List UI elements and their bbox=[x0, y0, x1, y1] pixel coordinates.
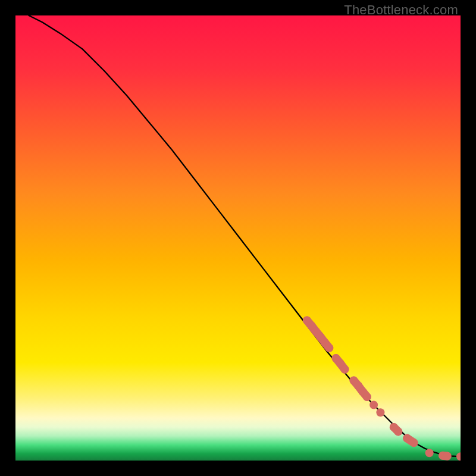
chart-area bbox=[15, 15, 461, 461]
marker-dot bbox=[410, 439, 418, 447]
gradient-background bbox=[15, 15, 461, 461]
chart-svg bbox=[15, 15, 461, 461]
marker-dot bbox=[341, 365, 349, 374]
marker-dot bbox=[369, 401, 378, 409]
marker-dot bbox=[325, 344, 333, 352]
marker-dot bbox=[376, 408, 384, 416]
marker-dot bbox=[443, 452, 452, 461]
marker-dot bbox=[394, 427, 402, 436]
marker-dot bbox=[363, 393, 371, 401]
marker-dot bbox=[425, 449, 434, 457]
